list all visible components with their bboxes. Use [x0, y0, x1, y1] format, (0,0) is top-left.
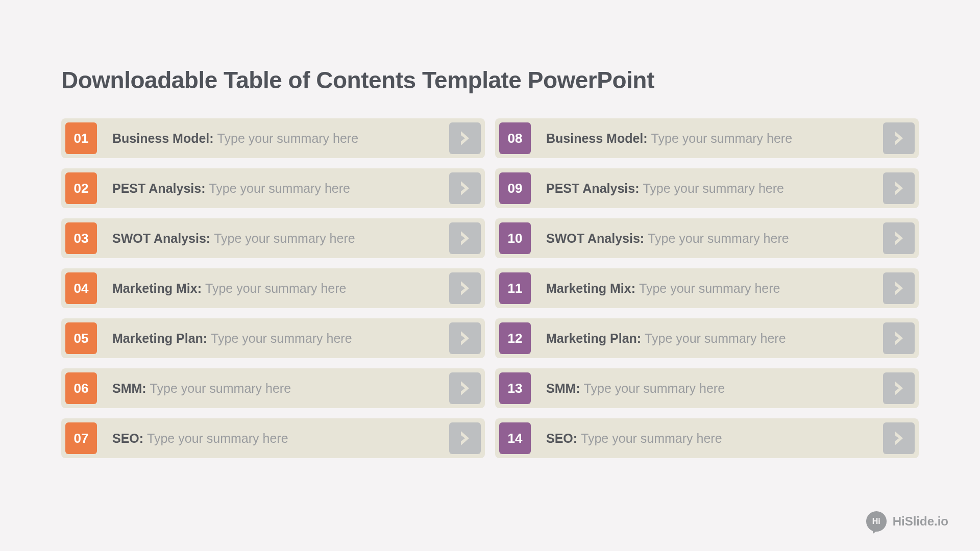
- toc-row[interactable]: 12 Marketing Plan: Type your summary her…: [495, 318, 919, 358]
- toc-row[interactable]: 04 Marketing Mix: Type your summary here: [61, 268, 485, 308]
- toc-text: SMM: Type your summary here: [97, 381, 449, 396]
- toc-text: SWOT Analysis: Type your summary here: [531, 231, 883, 246]
- toc-column-right: 08 Business Model: Type your summary her…: [495, 118, 919, 458]
- toc-label: SEO:: [112, 431, 143, 445]
- chevron-right-icon[interactable]: [883, 322, 915, 354]
- toc-text: SMM: Type your summary here: [531, 381, 883, 396]
- toc-row[interactable]: 07 SEO: Type your summary here: [61, 418, 485, 458]
- toc-row[interactable]: 09 PEST Analysis: Type your summary here: [495, 168, 919, 208]
- page-title: Downloadable Table of Contents Template …: [61, 66, 919, 94]
- brand-logo-icon: Hi: [866, 511, 887, 532]
- toc-label: SMM:: [546, 381, 580, 395]
- chevron-right-icon[interactable]: [449, 122, 481, 154]
- toc-text: PEST Analysis: Type your summary here: [531, 181, 883, 196]
- toc-row[interactable]: 06 SMM: Type your summary here: [61, 368, 485, 408]
- toc-number-badge: 08: [499, 122, 531, 154]
- chevron-right-icon[interactable]: [883, 422, 915, 454]
- chevron-right-icon[interactable]: [883, 172, 915, 204]
- toc-summary: Type your summary here: [205, 281, 347, 295]
- toc-summary: Type your summary here: [217, 131, 359, 145]
- toc-summary: Type your summary here: [147, 431, 288, 445]
- toc-summary: Type your summary here: [584, 381, 725, 395]
- toc-row[interactable]: 05 Marketing Plan: Type your summary her…: [61, 318, 485, 358]
- toc-summary: Type your summary here: [211, 331, 352, 345]
- toc-text: Marketing Plan: Type your summary here: [97, 331, 449, 346]
- toc-number-badge: 01: [65, 122, 97, 154]
- toc-text: Business Model: Type your summary here: [531, 131, 883, 146]
- chevron-right-icon[interactable]: [883, 122, 915, 154]
- toc-number-badge: 09: [499, 172, 531, 204]
- chevron-right-icon[interactable]: [449, 322, 481, 354]
- toc-number-badge: 13: [499, 372, 531, 404]
- chevron-right-icon[interactable]: [449, 422, 481, 454]
- slide: Downloadable Table of Contents Template …: [0, 0, 980, 551]
- toc-row[interactable]: 13 SMM: Type your summary here: [495, 368, 919, 408]
- toc-number-badge: 03: [65, 222, 97, 254]
- toc-columns: 01 Business Model: Type your summary her…: [61, 118, 919, 458]
- chevron-right-icon[interactable]: [449, 272, 481, 304]
- toc-summary: Type your summary here: [648, 231, 789, 245]
- toc-label: SWOT Analysis:: [546, 231, 644, 245]
- toc-label: Marketing Mix:: [546, 281, 635, 295]
- toc-text: SEO: Type your summary here: [531, 431, 883, 446]
- toc-summary: Type your summary here: [150, 381, 291, 395]
- toc-text: Business Model: Type your summary here: [97, 131, 449, 146]
- chevron-right-icon[interactable]: [449, 172, 481, 204]
- brand-watermark: Hi HiSlide.io: [866, 511, 948, 532]
- toc-summary: Type your summary here: [581, 431, 722, 445]
- toc-number-badge: 11: [499, 272, 531, 304]
- toc-text: SEO: Type your summary here: [97, 431, 449, 446]
- chevron-right-icon[interactable]: [449, 222, 481, 254]
- toc-row[interactable]: 01 Business Model: Type your summary her…: [61, 118, 485, 158]
- toc-label: Marketing Plan:: [546, 331, 641, 345]
- toc-summary: Type your summary here: [645, 331, 786, 345]
- toc-text: PEST Analysis: Type your summary here: [97, 181, 449, 196]
- toc-label: Marketing Mix:: [112, 281, 202, 295]
- chevron-right-icon[interactable]: [883, 272, 915, 304]
- chevron-right-icon[interactable]: [883, 372, 915, 404]
- toc-label: Business Model:: [546, 131, 648, 145]
- toc-summary: Type your summary here: [643, 181, 784, 195]
- brand-name: HiSlide.io: [893, 514, 948, 529]
- toc-number-badge: 07: [65, 422, 97, 454]
- toc-text: SWOT Analysis: Type your summary here: [97, 231, 449, 246]
- chevron-right-icon[interactable]: [449, 372, 481, 404]
- toc-text: Marketing Mix: Type your summary here: [531, 281, 883, 296]
- toc-number-badge: 05: [65, 322, 97, 354]
- toc-number-badge: 10: [499, 222, 531, 254]
- toc-number-badge: 04: [65, 272, 97, 304]
- toc-number-badge: 14: [499, 422, 531, 454]
- toc-row[interactable]: 11 Marketing Mix: Type your summary here: [495, 268, 919, 308]
- toc-label: Business Model:: [112, 131, 214, 145]
- toc-row[interactable]: 08 Business Model: Type your summary her…: [495, 118, 919, 158]
- toc-text: Marketing Mix: Type your summary here: [97, 281, 449, 296]
- toc-number-badge: 12: [499, 322, 531, 354]
- toc-summary: Type your summary here: [651, 131, 793, 145]
- toc-summary: Type your summary here: [214, 231, 355, 245]
- toc-label: SWOT Analysis:: [112, 231, 210, 245]
- toc-label: PEST Analysis:: [112, 181, 205, 195]
- toc-row[interactable]: 14 SEO: Type your summary here: [495, 418, 919, 458]
- toc-row[interactable]: 10 SWOT Analysis: Type your summary here: [495, 218, 919, 258]
- toc-number-badge: 06: [65, 372, 97, 404]
- toc-label: PEST Analysis:: [546, 181, 639, 195]
- toc-text: Marketing Plan: Type your summary here: [531, 331, 883, 346]
- toc-label: SMM:: [112, 381, 146, 395]
- toc-number-badge: 02: [65, 172, 97, 204]
- toc-column-left: 01 Business Model: Type your summary her…: [61, 118, 485, 458]
- chevron-right-icon[interactable]: [883, 222, 915, 254]
- toc-row[interactable]: 03 SWOT Analysis: Type your summary here: [61, 218, 485, 258]
- toc-label: Marketing Plan:: [112, 331, 207, 345]
- toc-summary: Type your summary here: [209, 181, 350, 195]
- toc-label: SEO:: [546, 431, 577, 445]
- toc-summary: Type your summary here: [639, 281, 780, 295]
- toc-row[interactable]: 02 PEST Analysis: Type your summary here: [61, 168, 485, 208]
